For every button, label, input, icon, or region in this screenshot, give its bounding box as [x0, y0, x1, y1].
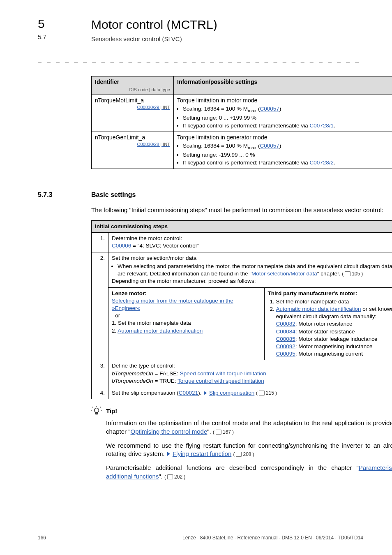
lenze-motor-heading: Lenze motor:: [112, 290, 147, 296]
step-number: 4.: [92, 387, 108, 399]
spec-th-identifier-sub: DIS code | data type: [95, 87, 170, 93]
link-c00095[interactable]: C00095: [276, 351, 295, 357]
chapter-number: 5: [38, 16, 45, 32]
tip-paragraph: We recommend to use the flying restart f…: [106, 442, 392, 458]
book-icon: [167, 474, 173, 479]
step-text: - or -: [112, 312, 124, 319]
page-ref[interactable]: ( 167): [213, 429, 234, 435]
link-slip-compensation[interactable]: Slip compensation: [209, 390, 254, 396]
spec-bullet: If keypad control is performed: Paramete…: [183, 159, 392, 166]
footer-text: Lenze · 8400 StateLine · Reference manua…: [182, 534, 363, 541]
spec-bullet: Scaling: 16384 ≡ 100 % Mmax (C00057): [183, 142, 392, 151]
step-number: 3.: [92, 360, 108, 387]
link-torque-control[interactable]: Torque control with speed limitation: [178, 378, 264, 384]
step-number: 2.: [92, 252, 108, 360]
var-name: bTorquemodeOn: [112, 370, 153, 377]
subsection-title: Basic settings: [91, 190, 363, 199]
link-c00057[interactable]: C00057: [260, 143, 279, 149]
link-c00057[interactable]: C00057: [260, 106, 279, 112]
steps-table: Initial commissioning steps 1. Determine…: [91, 220, 392, 399]
step-text: = "4: SLVC: Vector control": [131, 243, 198, 249]
page-footer: 166 Lenze · 8400 StateLine · Reference m…: [38, 534, 363, 541]
tip-label: Tip!: [106, 407, 117, 415]
section-number: 5.7: [38, 33, 46, 41]
step-text: Depending on the motor manufacturer, pro…: [112, 278, 256, 284]
book-icon: [259, 391, 265, 395]
subsection-number: 5.7.3: [38, 190, 53, 199]
spec-bullet: If keypad control is performed: Paramete…: [183, 122, 392, 130]
steps-header: Initial commissioning steps: [92, 220, 392, 232]
triangle-icon: [167, 452, 170, 456]
tip-paragraph: Information on the optimisation of the c…: [106, 419, 392, 436]
lightbulb-icon: [91, 406, 102, 416]
page-ref[interactable]: ( 215): [256, 390, 277, 396]
var-name: bTorquemodeOn: [112, 378, 153, 384]
link-c00728-2[interactable]: C00728/2: [309, 160, 334, 166]
tip-box: Tip! Information on the optimisation of …: [91, 406, 392, 481]
spec-bullet: Setting range: -199.99 ... 0 %: [183, 151, 392, 159]
step-text: 2.: [112, 328, 118, 334]
step-text: Determine the motor control:: [112, 235, 182, 241]
book-icon: [345, 271, 350, 276]
step-bullet: When selecting and parameterising the mo…: [118, 263, 392, 278]
page-ref[interactable]: ( 208): [233, 451, 254, 458]
list-item: Set the motor nameplate data: [276, 298, 392, 305]
page-ref[interactable]: ( 202): [164, 474, 185, 480]
link-c00006[interactable]: C00006: [112, 243, 131, 249]
svg-line-3: [100, 407, 101, 408]
link-c00021[interactable]: C00021: [179, 390, 198, 396]
list-item: Automatic motor data identification or s…: [276, 305, 392, 358]
step-text: Set the slip compensation (: [112, 390, 179, 396]
link-auto-motor-data[interactable]: Automatic motor data identification: [118, 328, 203, 334]
step-text: 1. Set the motor nameplate data: [112, 320, 191, 326]
book-icon: [236, 452, 242, 457]
spec-bullet: Setting range: 0 ... +199.99 %: [183, 114, 392, 122]
spec-code[interactable]: C00830/29 | INT: [95, 104, 170, 111]
spec-code[interactable]: C00830/28 | INT: [95, 141, 170, 148]
link-c00092[interactable]: C00092: [276, 343, 295, 349]
link-optimising-control-mode[interactable]: Optimising the control mode: [131, 428, 208, 435]
book-icon: [216, 430, 221, 435]
page-ref[interactable]: ( 105): [342, 271, 363, 277]
svg-point-0: [95, 408, 99, 413]
link-flying-restart[interactable]: Flying restart function: [173, 450, 231, 457]
spec-th-identifier-label: Identifier: [95, 79, 119, 85]
third-party-heading: Third party manufacturer's motor:: [268, 290, 357, 296]
triangle-icon: [204, 391, 207, 395]
link-speed-control[interactable]: Speed control with torque limitation: [180, 370, 266, 377]
spec-desc-title: Torque limitation in generator mode: [177, 134, 267, 141]
link-c00084[interactable]: C00084: [276, 328, 295, 335]
spec-table: Identifier DIS code | data type Informat…: [91, 76, 392, 169]
spec-th-identifier: Identifier DIS code | data type: [92, 76, 174, 95]
link-c00085[interactable]: C00085: [276, 336, 295, 342]
link-motor-selection[interactable]: Motor selection/Motor data: [251, 271, 317, 277]
svg-line-2: [92, 407, 93, 408]
link-selecting-motor[interactable]: Selecting a motor from the motor catalog…: [112, 298, 233, 311]
section-title: Sensorless vector control (SLVC): [91, 35, 363, 43]
link-c00728-1[interactable]: C00728/1: [309, 123, 334, 129]
spec-bullet: Scaling: 16384 ≡ 100 % Mmax (C00057): [183, 105, 392, 114]
chapter-title: Motor control (MCTRL): [91, 16, 363, 33]
link-c00082[interactable]: C00082: [276, 321, 295, 327]
tip-paragraph: Parameterisable additional functions are…: [106, 464, 392, 481]
intro-paragraph: The following "Initial commissioning ste…: [91, 206, 392, 214]
spec-ident: nTorqueGenLimit_a: [95, 134, 145, 141]
divider: _ _ _ _ _ _ _ _ _ _ _ _ _ _ _ _ _ _ _ _ …: [38, 55, 363, 63]
spec-ident: nTorqueMotLimit_a: [95, 97, 144, 104]
link-auto-motor-data[interactable]: Automatic motor data identification: [276, 306, 361, 312]
step-number: 1.: [92, 233, 108, 252]
step-text: Set the motor selection/motor data: [112, 255, 196, 261]
spec-desc-title: Torque limitation in motor mode: [177, 97, 257, 104]
page-number: 166: [38, 534, 46, 541]
step-text: Define the type of control:: [112, 363, 175, 369]
spec-th-info: Information/possible settings: [174, 76, 392, 95]
